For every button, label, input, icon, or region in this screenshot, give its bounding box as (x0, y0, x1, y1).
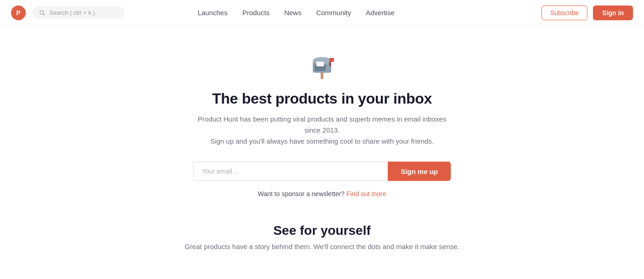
sponsor-static-text: Want to sponsor a newsletter? (258, 190, 345, 198)
main-content: The best products in your inbox Product … (0, 26, 644, 279)
search-icon (39, 10, 46, 16)
nav-advertise[interactable]: Advertise (366, 9, 395, 17)
hero-subtitle-line1: Product Hunt has been putting viral prod… (198, 115, 446, 134)
mailbox-illustration (305, 48, 339, 81)
hero-subtitle-line2: Sign up and you'll always have something… (210, 137, 434, 145)
nav-launches[interactable]: Launches (198, 9, 228, 17)
search-box[interactable]: Search ( ctrl + k ) (32, 6, 124, 19)
hero-title: The best products in your inbox (212, 90, 432, 107)
logo-letter: P (16, 9, 20, 17)
section-title: See for yourself (273, 223, 371, 238)
main-nav: Launches Products News Community Adverti… (198, 9, 395, 17)
header-actions: Subscribe Sign in (541, 6, 633, 20)
sponsor-text: Want to sponsor a newsletter? Find out m… (258, 190, 386, 198)
sponsor-link[interactable]: Find out more (346, 190, 386, 198)
nav-community[interactable]: Community (316, 9, 351, 17)
nav-news[interactable]: News (284, 9, 302, 17)
svg-rect-7 (329, 58, 334, 62)
logo-button[interactable]: P (11, 6, 26, 20)
subscribe-button[interactable]: Subscribe (541, 6, 587, 20)
email-input[interactable] (193, 162, 388, 181)
email-form: Sign me up (193, 162, 451, 181)
search-placeholder-text: Search ( ctrl + k ) (49, 9, 95, 16)
nav-products[interactable]: Products (242, 9, 270, 17)
signin-button[interactable]: Sign in (593, 6, 633, 20)
section-subtitle: Great products have a story behind them.… (184, 243, 459, 250)
hero-subtitle: Product Hunt has been putting viral prod… (193, 114, 451, 147)
sign-me-up-button[interactable]: Sign me up (388, 162, 451, 181)
header: P Search ( ctrl + k ) Launches Products … (0, 0, 644, 26)
